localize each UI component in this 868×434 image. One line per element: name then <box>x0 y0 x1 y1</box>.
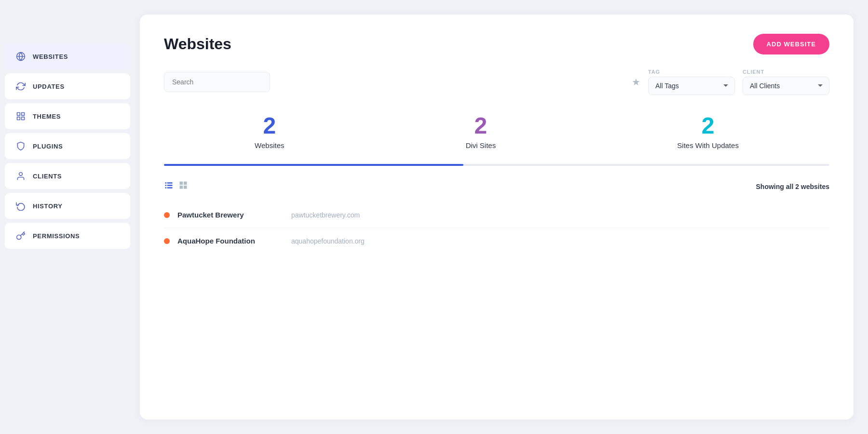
sidebar-item-websites-label: WEBSITES <box>33 53 68 60</box>
client-filter-label: CLIENT <box>743 69 829 75</box>
stat-divi-sites: 2 Divi Sites <box>466 114 496 149</box>
add-website-button[interactable]: ADD WEBSITE <box>753 34 829 54</box>
svg-rect-3 <box>22 113 25 116</box>
sidebar: WEBSITES UPDATES THEMES <box>5 14 130 420</box>
history-icon <box>15 201 26 211</box>
sidebar-item-history-label: HISTORY <box>33 203 63 210</box>
shield-icon <box>15 141 26 151</box>
svg-rect-15 <box>180 186 183 189</box>
svg-rect-9 <box>165 185 167 186</box>
list-view-icon[interactable] <box>164 180 174 192</box>
sidebar-item-updates-label: UPDATES <box>33 83 65 90</box>
stat-updates-label: Sites With Updates <box>677 141 739 149</box>
svg-rect-7 <box>165 182 167 184</box>
sidebar-item-themes[interactable]: THEMES <box>5 103 130 129</box>
client-filter-group: CLIENT All Clients <box>743 69 829 95</box>
stat-divi-number: 2 <box>475 114 488 137</box>
tag-filter-label: TAG <box>648 69 735 75</box>
site-url: pawtucketbrewery.com <box>291 211 360 219</box>
tag-filter-select[interactable]: All Tags <box>648 77 735 95</box>
stat-updates-number: 2 <box>702 114 715 137</box>
sidebar-item-themes-label: THEMES <box>33 113 61 120</box>
svg-rect-12 <box>167 187 173 189</box>
showing-count: Showing all 2 websites <box>756 183 829 190</box>
sidebar-item-permissions-label: PERMISSIONS <box>33 232 80 240</box>
progress-bar <box>164 164 829 166</box>
svg-rect-4 <box>17 117 20 120</box>
table-row[interactable]: AquaHope Foundation aquahopefoundation.o… <box>164 228 829 254</box>
list-controls: Showing all 2 websites <box>164 180 829 192</box>
stats-row: 2 Websites 2 Divi Sites 2 Sites With Upd… <box>164 114 829 164</box>
globe-icon <box>15 51 26 62</box>
sidebar-item-clients[interactable]: CLIENTS <box>5 163 130 189</box>
stat-websites-number: 2 <box>263 114 276 137</box>
filters-row: ★ TAG All Tags CLIENT All Clients <box>164 69 829 95</box>
search-input[interactable] <box>164 72 270 92</box>
stat-sites-with-updates: 2 Sites With Updates <box>677 114 739 149</box>
stat-websites: 2 Websites <box>255 114 284 149</box>
svg-rect-10 <box>167 185 173 186</box>
page-title: Websites <box>164 35 231 53</box>
svg-rect-2 <box>17 113 20 116</box>
svg-rect-5 <box>22 117 25 120</box>
table-row[interactable]: Pawtucket Brewery pawtucketbrewery.com <box>164 202 829 228</box>
svg-rect-13 <box>180 182 183 185</box>
site-name: AquaHope Foundation <box>177 237 284 245</box>
svg-rect-11 <box>165 187 167 189</box>
grid-icon <box>15 111 26 122</box>
tag-filter-group: TAG All Tags <box>648 69 735 95</box>
svg-rect-14 <box>184 182 187 185</box>
refresh-icon-updates <box>15 81 26 92</box>
stat-divi-label: Divi Sites <box>466 141 496 149</box>
sidebar-item-plugins[interactable]: PLUGINS <box>5 133 130 159</box>
progress-bar-fill <box>164 164 463 166</box>
svg-rect-8 <box>167 182 173 184</box>
sidebar-item-plugins-label: PLUGINS <box>33 143 63 150</box>
site-url: aquahopefoundation.org <box>291 237 365 245</box>
svg-rect-16 <box>184 186 187 189</box>
sidebar-item-updates[interactable]: UPDATES <box>5 73 130 99</box>
site-status-dot <box>164 212 170 218</box>
client-filter-select[interactable]: All Clients <box>743 77 829 95</box>
favorites-star-icon[interactable]: ★ <box>632 76 640 88</box>
main-content: Websites ADD WEBSITE ★ TAG All Tags CLIE… <box>140 14 854 420</box>
stat-websites-label: Websites <box>255 141 284 149</box>
app-container: WEBSITES UPDATES THEMES <box>0 0 868 434</box>
sidebar-item-history[interactable]: HISTORY <box>5 193 130 219</box>
sidebar-item-websites[interactable]: WEBSITES <box>5 43 130 69</box>
sidebar-item-clients-label: CLIENTS <box>33 173 62 180</box>
site-name: Pawtucket Brewery <box>177 211 284 219</box>
sites-list: Pawtucket Brewery pawtucketbrewery.com A… <box>164 202 829 254</box>
key-icon <box>15 231 26 241</box>
page-header: Websites ADD WEBSITE <box>164 34 829 54</box>
svg-point-6 <box>19 173 23 176</box>
sidebar-item-permissions[interactable]: PERMISSIONS <box>5 223 130 249</box>
view-toggle <box>164 180 188 192</box>
grid-view-icon[interactable] <box>178 180 188 192</box>
site-status-dot <box>164 238 170 244</box>
user-icon <box>15 171 26 181</box>
